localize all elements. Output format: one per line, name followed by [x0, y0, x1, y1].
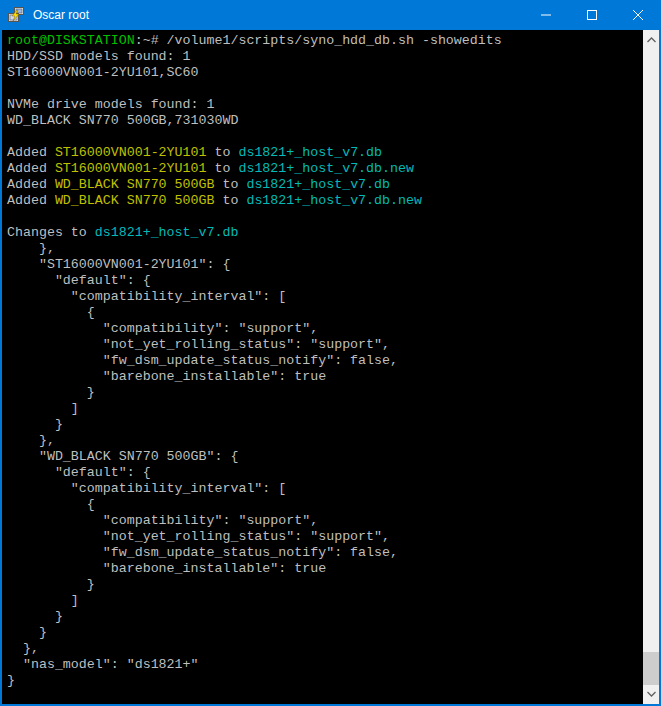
terminal-text-segment: } [7, 625, 47, 640]
terminal-text-segment: root@DISKSTATION [7, 33, 135, 48]
terminal-text-segment: { [7, 497, 95, 512]
terminal-text-segment: Added [7, 161, 55, 176]
terminal-line: "compatibility": "support", [7, 321, 643, 337]
terminal-line: ] [7, 593, 643, 609]
scroll-up-button[interactable] [643, 32, 659, 48]
terminal-text-segment: NVMe drive models found: 1 [7, 97, 214, 112]
terminal-text-segment: ST16000VN001-2YU101 [55, 145, 207, 160]
terminal-line [7, 209, 643, 225]
terminal-text-segment: "compatibility": "support", [7, 321, 318, 336]
terminal-line: } [7, 577, 643, 593]
terminal-text-segment: "default": { [7, 465, 151, 480]
terminal-line: HDD/SSD models found: 1 [7, 49, 643, 65]
terminal-text-segment: :~# /volume1/scripts/syno_hdd_db.sh -sho… [135, 33, 502, 48]
terminal-text-segment: to [207, 161, 239, 176]
terminal-line: }, [7, 641, 643, 657]
close-icon [633, 10, 643, 20]
terminal-text-segment: "barebone_installable": true [7, 369, 326, 384]
window-body: root@DISKSTATION:~# /volume1/scripts/syn… [0, 30, 661, 706]
terminal-text-segment: ST16000VN001-2YU101,SC60 [7, 65, 199, 80]
terminal-line: }, [7, 433, 643, 449]
terminal-text-segment: ] [7, 401, 79, 416]
terminal-text-segment: "WD_BLACK SN770 500GB": { [7, 449, 238, 464]
terminal-line: ] [7, 401, 643, 417]
terminal-line: WD_BLACK SN770 500GB,731030WD [7, 113, 643, 129]
terminal-text-segment: "ST16000VN001-2YU101": { [7, 257, 230, 272]
titlebar[interactable]: Oscar root [0, 0, 661, 30]
scrollbar[interactable] [643, 30, 659, 704]
terminal-line: "compatibility": "support", [7, 513, 643, 529]
terminal-text-segment: } [7, 673, 15, 688]
terminal-text-segment: ds1821+_host_v7.db.new [238, 161, 414, 176]
terminal-line: }, [7, 241, 643, 257]
terminal-text-segment: { [7, 305, 95, 320]
terminal-text-segment: "default": { [7, 273, 151, 288]
terminal-line: "fw_dsm_update_status_notify": false, [7, 545, 643, 561]
terminal-text-segment: ds1821+_host_v7.db [238, 145, 382, 160]
terminal-line: { [7, 497, 643, 513]
terminal-text-segment: WD_BLACK SN770 500GB,731030WD [7, 113, 238, 128]
terminal-line: { [7, 305, 643, 321]
terminal-text-segment: ] [7, 593, 79, 608]
terminal-text-segment: } [7, 609, 63, 624]
terminal-line: "fw_dsm_update_status_notify": false, [7, 353, 643, 369]
terminal-text-segment: } [7, 417, 63, 432]
terminal-text-segment: Added [7, 145, 55, 160]
scrollbar-thumb[interactable] [643, 652, 659, 685]
terminal-text-segment: WD_BLACK SN770 500GB [55, 193, 215, 208]
terminal-output[interactable]: root@DISKSTATION:~# /volume1/scripts/syn… [2, 30, 643, 704]
minimize-icon [541, 10, 551, 20]
terminal-line: "default": { [7, 465, 643, 481]
terminal-line [7, 689, 643, 704]
window-title: Oscar root [33, 8, 523, 22]
terminal-line: Added ST16000VN001-2YU101 to ds1821+_hos… [7, 145, 643, 161]
terminal-line: "default": { [7, 273, 643, 289]
terminal-text-segment: to [207, 145, 239, 160]
terminal-line: "ST16000VN001-2YU101": { [7, 257, 643, 273]
minimize-button[interactable] [523, 0, 569, 30]
terminal-text-segment: "fw_dsm_update_status_notify": false, [7, 545, 398, 560]
putty-app-icon [8, 7, 24, 23]
terminal-text-segment: ds1821+_host_v7.db [246, 177, 390, 192]
terminal-line: } [7, 385, 643, 401]
scroll-down-button[interactable] [643, 686, 659, 702]
terminal-line: Added ST16000VN001-2YU101 to ds1821+_hos… [7, 161, 643, 177]
terminal-text-segment: }, [7, 433, 55, 448]
terminal-text-segment: "compatibility_interval": [ [7, 481, 286, 496]
terminal-text-segment: ds1821+_host_v7.db [95, 225, 239, 240]
terminal-text-segment: "fw_dsm_update_status_notify": false, [7, 353, 398, 368]
terminal-text-segment: Added [7, 193, 55, 208]
terminal-text-segment: ST16000VN001-2YU101 [55, 161, 207, 176]
terminal-text-segment: } [7, 385, 95, 400]
terminal-text-segment: } [7, 577, 95, 592]
terminal-line: ST16000VN001-2YU101,SC60 [7, 65, 643, 81]
maximize-button[interactable] [569, 0, 615, 30]
terminal-line: "not_yet_rolling_status": "support", [7, 337, 643, 353]
terminal-text-segment: "not_yet_rolling_status": "support", [7, 529, 390, 544]
terminal-text-segment: to [214, 193, 246, 208]
close-button[interactable] [615, 0, 661, 30]
terminal-text-segment: "barebone_installable": true [7, 561, 326, 576]
terminal-text-segment: "not_yet_rolling_status": "support", [7, 337, 390, 352]
terminal-line: "WD_BLACK SN770 500GB": { [7, 449, 643, 465]
maximize-icon [587, 10, 597, 20]
terminal-text-segment: to [214, 177, 246, 192]
terminal-text-segment: HDD/SSD models found: 1 [7, 49, 191, 64]
terminal-text-segment: ds1821+_host_v7.db.new [246, 193, 422, 208]
terminal-line: Changes to ds1821+_host_v7.db [7, 225, 643, 241]
terminal-line: "nas_model": "ds1821+" [7, 657, 643, 673]
terminal-line: NVMe drive models found: 1 [7, 97, 643, 113]
putty-window: Oscar root root@DISKSTATION:~# /volume1 [0, 0, 661, 706]
chevron-down-icon [647, 691, 656, 697]
terminal-text-segment: }, [7, 241, 55, 256]
terminal-text-segment: "compatibility_interval": [ [7, 289, 286, 304]
terminal-line: } [7, 673, 643, 689]
terminal-text-segment: WD_BLACK SN770 500GB [55, 177, 215, 192]
terminal-line: } [7, 625, 643, 641]
terminal-line: "compatibility_interval": [ [7, 481, 643, 497]
chevron-up-icon [647, 37, 656, 43]
terminal-text-segment: Changes to [7, 225, 95, 240]
terminal-line: "barebone_installable": true [7, 369, 643, 385]
terminal-line [7, 81, 643, 97]
terminal-line: } [7, 609, 643, 625]
